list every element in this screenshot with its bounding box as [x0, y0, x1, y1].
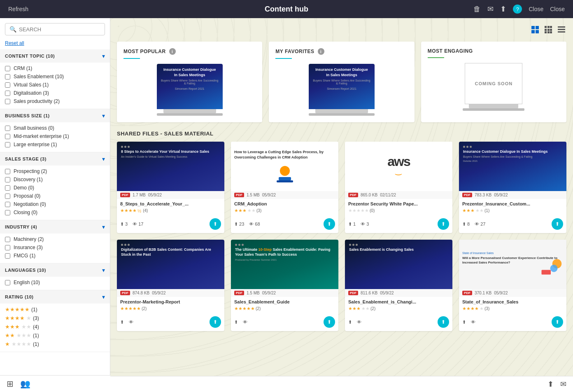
- close-button[interactable]: Close: [529, 6, 543, 12]
- filter-rating-toggle[interactable]: ▾: [102, 294, 105, 300]
- rating-filter-5[interactable]: ★★★★★ (1): [5, 305, 105, 314]
- share-bottom-icon[interactable]: ⬆: [547, 380, 554, 389]
- filter-item[interactable]: English (10): [5, 278, 105, 287]
- grid-small-view-button[interactable]: [543, 25, 553, 37]
- refresh-button[interactable]: Refresh: [8, 6, 28, 12]
- grid-large-view-button[interactable]: [530, 25, 540, 37]
- filter-content-topic-header[interactable]: CONTENT TOPIC (10) ▾: [0, 49, 110, 63]
- filter-item[interactable]: Small business (0): [5, 124, 105, 132]
- file-card-marketing-report[interactable]: Digitalizaton of B2B Sales Content: Comp…: [117, 240, 224, 331]
- filter-sales-stage-header[interactable]: SALES STAGE (3) ▾: [0, 152, 110, 166]
- filter-languages: LANGUAGES (10) ▾ English (10): [0, 264, 110, 290]
- file-card-8-steps[interactable]: 8 Steps to Accelerate Your Virtual Insur…: [117, 142, 224, 233]
- filter-industry-toggle[interactable]: ▾: [102, 224, 105, 230]
- filter-item[interactable]: Closing (0): [5, 208, 105, 217]
- share-button[interactable]: ⬆: [324, 316, 335, 328]
- share-icon[interactable]: ⬆: [500, 5, 506, 14]
- share-button[interactable]: ⬆: [210, 316, 221, 328]
- filter-languages-header[interactable]: LANGUAGES (10) ▾: [0, 264, 110, 277]
- share-button[interactable]: ⬆: [210, 218, 221, 230]
- search-input[interactable]: [19, 26, 100, 33]
- pdf-badge: PDF: [348, 193, 358, 197]
- view-icon: 👁 17: [133, 222, 143, 226]
- help-icon[interactable]: ?: [513, 5, 522, 14]
- filter-business-size-header[interactable]: BUSINESS SIZE (1) ▾: [0, 109, 110, 122]
- filter-industry: INDUSTRY (4) ▾ Machinery (2) Insurance (…: [0, 220, 110, 264]
- share-button[interactable]: ⬆: [324, 218, 335, 230]
- most-popular-preview[interactable]: Insurance Customer DialogueIn Sales Meet…: [123, 64, 256, 116]
- rating-filter-4[interactable]: ★★★★★ (3): [5, 314, 105, 322]
- svg-rect-3: [536, 30, 539, 33]
- main-layout: 🔍 Reset all CONTENT TOPIC (10) ▾ CRM (1)…: [0, 18, 573, 392]
- apps-icon[interactable]: ⊞: [7, 379, 14, 389]
- rating-filter-3[interactable]: ★★★★★ (4): [5, 322, 105, 331]
- shared-files-title: SHARED FILES - SALES MATERIAL: [117, 131, 566, 137]
- file-card-insurance-custom[interactable]: Insurance Customer Dialogue In Sales Mee…: [459, 142, 566, 233]
- svg-point-20: [550, 265, 558, 272]
- filter-rating-title: RATING (10): [5, 294, 33, 299]
- rating-filter-2[interactable]: ★★★★★ (1): [5, 331, 105, 340]
- svg-point-16: [280, 166, 290, 176]
- most-popular-info-icon[interactable]: i: [169, 48, 176, 55]
- file-actions: ⬆ 1 👁 3 ⬆: [345, 216, 452, 233]
- filter-business-size-toggle[interactable]: ▾: [102, 112, 105, 119]
- filter-item[interactable]: Virtual Sales (1): [5, 81, 105, 89]
- filter-rating-header[interactable]: RATING (10) ▾: [0, 290, 110, 303]
- filter-item[interactable]: Sales Enablement (10): [5, 72, 105, 81]
- file-name: Sales_Enablement_Guide: [234, 299, 335, 304]
- filter-item[interactable]: Machinery (2): [5, 235, 105, 243]
- close-label[interactable]: Close: [550, 6, 565, 12]
- filter-item[interactable]: Mid-market enterprise (1): [5, 132, 105, 140]
- filter-item[interactable]: Digitalisation (3): [5, 89, 105, 97]
- file-card-crm-adoption[interactable]: How to Leverage a Cutting Edge Sales Pro…: [231, 142, 338, 233]
- filter-industry-header[interactable]: INDUSTRY (4) ▾: [0, 220, 110, 233]
- contacts-icon[interactable]: 👥: [20, 379, 30, 389]
- share-button[interactable]: ⬆: [438, 218, 449, 230]
- my-favorites-preview[interactable]: Insurance Customer DialogueIn Sales Meet…: [275, 64, 408, 116]
- filter-item[interactable]: Large enterprise (1): [5, 140, 105, 149]
- file-info: Sales_Enablement_Guide ★★★★★ (2): [231, 297, 338, 314]
- filter-item[interactable]: Sales productivity (2): [5, 97, 105, 105]
- filter-item[interactable]: FMCG (1): [5, 252, 105, 260]
- filter-item[interactable]: Insurance (3): [5, 243, 105, 252]
- reset-all-link[interactable]: Reset all: [0, 40, 110, 49]
- filter-item[interactable]: CRM (1): [5, 64, 105, 72]
- file-actions: ⬆ 👁 ⬆: [459, 314, 566, 331]
- filter-content-topic-toggle[interactable]: ▾: [102, 53, 105, 59]
- bottom-bar-right: ⬆ ✉: [110, 376, 573, 392]
- file-card-sales-enablement-changing[interactable]: Sales Enablement is Changing Sales PDF 8…: [345, 240, 452, 331]
- file-card-state-insurance[interactable]: State of Insurance Sales Will a More Per…: [459, 240, 566, 331]
- filter-languages-items: English (10): [0, 277, 110, 290]
- file-info: Prezentor_Insurance_Custom... ★★★★★ (1): [459, 199, 566, 216]
- file-rating: ★★★★★ (0): [348, 208, 449, 213]
- file-card-sales-enablement-guide[interactable]: The Ultimate 10-Step Sales Enablement Gu…: [231, 240, 338, 331]
- mail-bottom-icon[interactable]: ✉: [560, 380, 566, 389]
- file-card-aws[interactable]: aws ⌣ PDF 865.0 KB 02/11/22 Prezentor Se…: [345, 142, 452, 233]
- file-meta: PDF 874.8 KB 05/9/22: [117, 289, 224, 297]
- filter-item[interactable]: Prospecting (2): [5, 167, 105, 175]
- pdf-badge: PDF: [348, 291, 358, 295]
- share-button[interactable]: ⬆: [552, 316, 563, 328]
- share-button[interactable]: ⬆: [438, 316, 449, 328]
- file-name: Prezentor_Insurance_Custom...: [462, 201, 563, 206]
- filter-item[interactable]: Negotiation (0): [5, 200, 105, 208]
- filter-sales-stage-toggle[interactable]: ▾: [102, 156, 105, 162]
- filter-languages-toggle[interactable]: ▾: [102, 267, 105, 273]
- mail-icon[interactable]: ✉: [487, 5, 494, 14]
- file-info: 8_Steps_to_Accelerate_Your_... ★★★★½ (4): [117, 199, 224, 216]
- rating-filter-1[interactable]: ★★★★★ (1): [5, 340, 105, 348]
- share-button[interactable]: ⬆: [552, 218, 563, 230]
- trash-icon[interactable]: 🗑: [473, 5, 481, 14]
- filter-item[interactable]: Demo (0): [5, 184, 105, 192]
- search-bar[interactable]: 🔍: [5, 23, 105, 35]
- filter-item[interactable]: Proposal (0): [5, 192, 105, 200]
- view-icon: 👁: [129, 320, 133, 324]
- list-view-button[interactable]: [557, 25, 566, 37]
- file-name: CRM_Adoption: [234, 201, 335, 206]
- file-thumbnail: aws ⌣: [345, 142, 452, 191]
- filter-item[interactable]: Discovery (1): [5, 175, 105, 184]
- my-favorites-info-icon[interactable]: i: [318, 48, 324, 55]
- filter-sales-stage-items: Prospecting (2) Discovery (1) Demo (0) P…: [0, 166, 110, 220]
- shared-files-section: SHARED FILES - SALES MATERIAL 8 Steps to…: [117, 131, 566, 331]
- view-icon: 👁 27: [475, 222, 485, 226]
